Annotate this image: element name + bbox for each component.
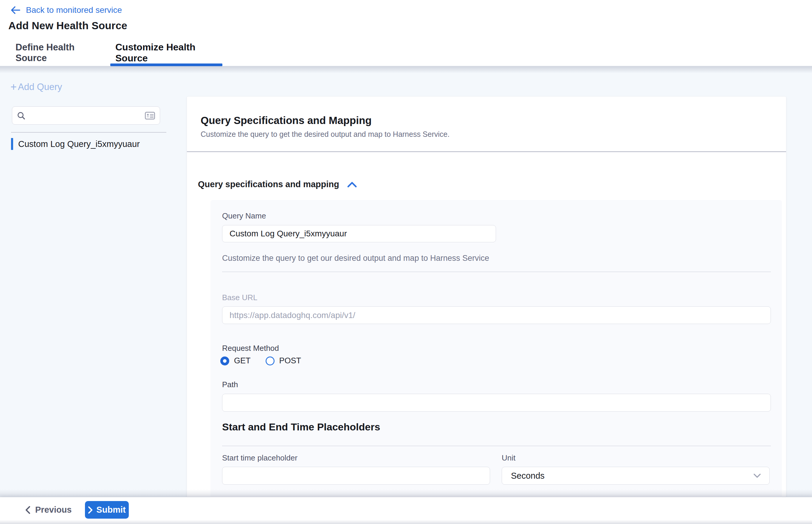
- query-list-item-selected[interactable]: Custom Log Query_i5xmyyuaur: [11, 138, 166, 150]
- request-method-label: Request Method: [222, 344, 279, 353]
- add-health-source-page: Back to monitored service Add New Health…: [0, 0, 812, 524]
- submit-button-label: Submit: [96, 505, 126, 515]
- previous-button[interactable]: Previous: [25, 501, 72, 519]
- base-url-label: Base URL: [222, 293, 258, 302]
- back-arrow-icon: [11, 6, 20, 15]
- query-name-label: Query Name: [222, 211, 266, 220]
- plus-icon: +: [11, 83, 17, 92]
- page-title: Add New Health Source: [9, 20, 127, 32]
- tab-define-health-source[interactable]: Define Health Source: [16, 40, 101, 66]
- add-query-button[interactable]: + Add Query: [11, 82, 62, 93]
- query-specifications-card: Query Specifications and Mapping Customi…: [186, 96, 786, 497]
- query-search-input[interactable]: [30, 111, 145, 120]
- back-to-monitored-service-link[interactable]: Back to monitored service: [11, 5, 122, 16]
- radio-get[interactable]: [220, 357, 229, 365]
- unit-label: Unit: [502, 453, 515, 463]
- back-link-label: Back to monitored service: [26, 5, 122, 15]
- base-url-input[interactable]: [222, 307, 771, 324]
- query-item-label: Custom Log Query_i5xmyyuaur: [18, 139, 140, 149]
- card-title: Query Specifications and Mapping: [200, 114, 372, 126]
- form-divider: [222, 272, 771, 272]
- radio-post[interactable]: [265, 357, 275, 365]
- chevron-up-icon[interactable]: [347, 181, 357, 188]
- unit-select-value: Seconds: [511, 471, 545, 481]
- form-divider: [222, 446, 771, 446]
- start-time-placeholder-input[interactable]: [222, 467, 490, 485]
- unit-select[interactable]: Seconds: [502, 467, 770, 485]
- start-time-placeholder-label: Start time placeholder: [222, 453, 297, 463]
- chevron-right-icon: [88, 506, 93, 514]
- content-area: + Add Query Custom Log Query_i5xmyyuaur …: [0, 66, 812, 497]
- query-search-box[interactable]: [12, 107, 160, 125]
- request-method-radio-group: GET POST: [220, 356, 301, 365]
- sidebar-divider: [11, 132, 166, 133]
- path-label: Path: [222, 380, 238, 389]
- query-name-helper-text: Customize the query to get our desired o…: [222, 253, 489, 263]
- add-query-label: Add Query: [18, 82, 62, 93]
- tab-customize-health-source[interactable]: Customize Health Source: [115, 40, 217, 66]
- page-header: Back to monitored service Add New Health…: [0, 0, 812, 40]
- section-heading-label: Query specifications and mapping: [198, 179, 339, 189]
- radio-post-label: POST: [279, 356, 302, 365]
- active-tab-underline: [110, 64, 222, 66]
- card-subtitle: Customize the query to get the desired o…: [200, 130, 450, 138]
- search-icon: [17, 112, 25, 120]
- chevron-left-icon: [25, 506, 30, 514]
- tab-bar: Define Health Source Customize Health So…: [0, 40, 812, 66]
- submit-button[interactable]: Submit: [85, 501, 129, 519]
- selected-indicator-bar: [11, 138, 13, 150]
- previous-button-label: Previous: [35, 505, 72, 515]
- query-list-view-icon[interactable]: [145, 112, 155, 119]
- query-form-panel: Query Name Customize the query to get ou…: [210, 200, 782, 497]
- section-collapse-header[interactable]: Query specifications and mapping: [198, 179, 357, 189]
- chevron-down-icon: [753, 473, 761, 478]
- query-name-input[interactable]: [222, 225, 496, 242]
- footer-bar: Previous Submit: [0, 497, 812, 524]
- time-placeholders-heading: Start and End Time Placeholders: [222, 421, 380, 433]
- radio-get-label: GET: [234, 356, 251, 365]
- card-divider: [187, 151, 786, 152]
- path-input[interactable]: [222, 394, 771, 412]
